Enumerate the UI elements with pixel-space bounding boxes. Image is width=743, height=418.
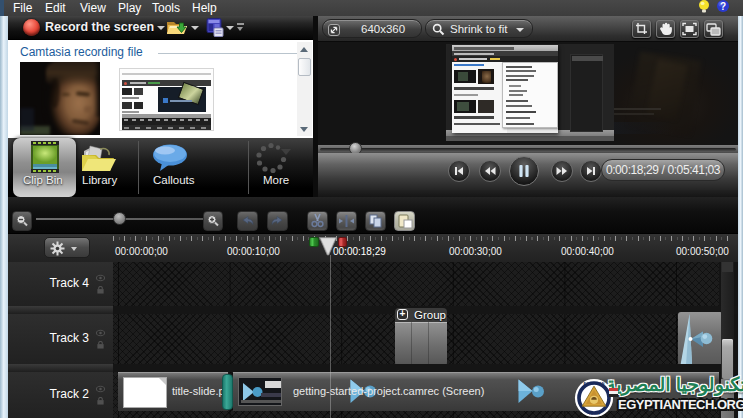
svg-text:TECH: TECH bbox=[588, 411, 599, 416]
svg-text:EGYPTIAN: EGYPTIAN bbox=[584, 381, 605, 386]
svg-text:?: ? bbox=[720, 1, 726, 12]
